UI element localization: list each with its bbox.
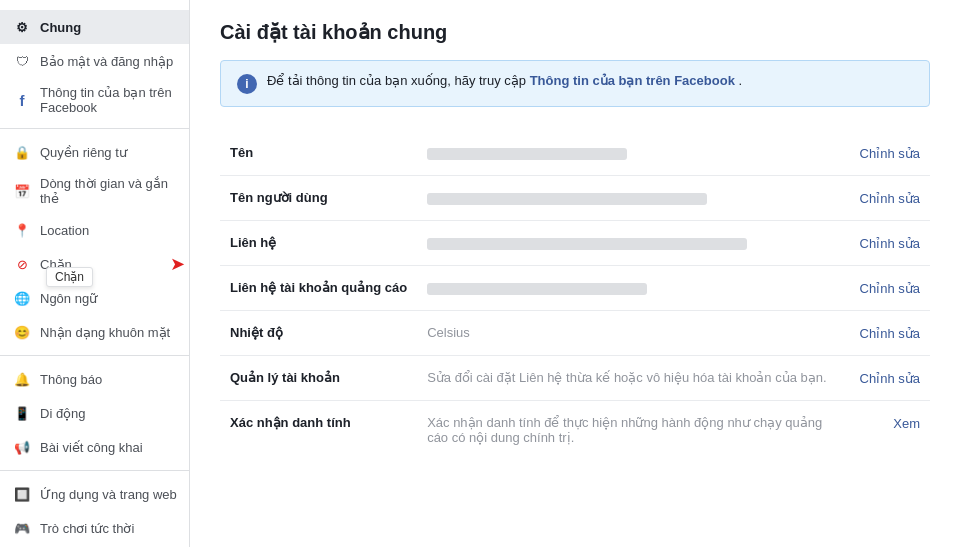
game-icon: 🎮	[12, 518, 32, 538]
language-icon: 🌐	[12, 288, 32, 308]
settings-row-username: Tên người dùng Chỉnh sửa	[220, 176, 930, 221]
settings-row-lien-he: Liên hệ Chỉnh sửa	[220, 221, 930, 266]
edit-username: Chỉnh sửa	[850, 176, 930, 221]
arrow-right-icon: ➤	[170, 253, 185, 275]
settings-row-nhiet-do: Nhiệt độ Celsius Chỉnh sửa	[220, 311, 930, 356]
sidebar-item-bai-viet[interactable]: 📢 Bài viết công khai	[0, 430, 189, 464]
lock-icon: 🔒	[12, 142, 32, 162]
value-lien-he-qc	[417, 266, 849, 311]
edit-lien-he: Chỉnh sửa	[850, 221, 930, 266]
value-nhiet-do: Celsius	[417, 311, 849, 356]
label-xac-nhan: Xác nhận danh tính	[220, 401, 417, 460]
sidebar-divider-3	[0, 470, 189, 471]
settings-table: Tên Chỉnh sửa Tên người dùng Chỉnh s	[220, 131, 930, 459]
face-icon: 😊	[12, 322, 32, 342]
tooltip-chan: Chặn	[46, 267, 93, 287]
sidebar-item-chung[interactable]: ⚙ Chung	[0, 10, 189, 44]
edit-xac-nhan: Xem	[850, 401, 930, 460]
settings-row-ten: Tên Chỉnh sửa	[220, 131, 930, 176]
gear-icon: ⚙	[12, 17, 32, 37]
sidebar-item-chan[interactable]: ⊘ Chặn ➤ Chặn	[0, 247, 189, 281]
edit-quan-ly: Chỉnh sửa	[850, 356, 930, 401]
sidebar-item-ung-dung[interactable]: 🔲 Ứng dụng và trang web	[0, 477, 189, 511]
value-xac-nhan: Xác nhận danh tính để thực hiện những hà…	[417, 401, 849, 460]
edit-xac-nhan-link[interactable]: Xem	[893, 416, 920, 431]
settings-row-quan-ly: Quản lý tài khoản Sửa đổi cài đặt Liên h…	[220, 356, 930, 401]
edit-username-link[interactable]: Chỉnh sửa	[860, 191, 920, 206]
info-banner: i Để tải thông tin của bạn xuống, hãy tr…	[220, 60, 930, 107]
page-title: Cài đặt tài khoản chung	[220, 20, 930, 44]
sidebar-item-quyen-rieng-tu[interactable]: 🔒 Quyền riêng tư	[0, 135, 189, 169]
sidebar-item-bao-mat[interactable]: 🛡 Bảo mật và đăng nhập	[0, 44, 189, 78]
location-icon: 📍	[12, 220, 32, 240]
label-nhiet-do: Nhiệt độ	[220, 311, 417, 356]
label-quan-ly: Quản lý tài khoản	[220, 356, 417, 401]
sidebar: ⚙ Chung 🛡 Bảo mật và đăng nhập f Thông t…	[0, 0, 190, 547]
public-post-icon: 📢	[12, 437, 32, 457]
facebook-icon: f	[12, 90, 32, 110]
blurred-value-lien-he-qc	[427, 283, 647, 295]
sidebar-item-location[interactable]: 📍 Location	[0, 213, 189, 247]
sidebar-divider-1	[0, 128, 189, 129]
settings-row-lien-he-qc: Liên hệ tài khoản quảng cáo Chỉnh sửa	[220, 266, 930, 311]
settings-row-xac-nhan: Xác nhận danh tính Xác nhận danh tính để…	[220, 401, 930, 460]
label-lien-he: Liên hệ	[220, 221, 417, 266]
info-icon: i	[237, 74, 257, 94]
bell-icon: 🔔	[12, 369, 32, 389]
edit-nhiet-do-link[interactable]: Chỉnh sửa	[860, 326, 920, 341]
edit-ten: Chỉnh sửa	[850, 131, 930, 176]
edit-lien-he-qc-link[interactable]: Chỉnh sửa	[860, 281, 920, 296]
sidebar-item-dong-thoi-gian[interactable]: 📅 Dòng thời gian và gắn thẻ	[0, 169, 189, 213]
blurred-value-username	[427, 193, 707, 205]
sidebar-item-tro-choi[interactable]: 🎮 Trò chơi tức thời	[0, 511, 189, 545]
shield-icon: 🛡	[12, 51, 32, 71]
value-username	[417, 176, 849, 221]
timeline-icon: 📅	[12, 181, 32, 201]
sidebar-item-thong-bao[interactable]: 🔔 Thông báo	[0, 362, 189, 396]
sidebar-item-thong-tin[interactable]: f Thông tin của bạn trên Facebook	[0, 78, 189, 122]
edit-lien-he-qc: Chỉnh sửa	[850, 266, 930, 311]
value-lien-he	[417, 221, 849, 266]
info-text: Để tải thông tin của bạn xuống, hãy truy…	[267, 73, 742, 88]
sidebar-item-di-dong[interactable]: 📱 Di động	[0, 396, 189, 430]
block-icon: ⊘	[12, 254, 32, 274]
edit-nhiet-do: Chỉnh sửa	[850, 311, 930, 356]
edit-quan-ly-link[interactable]: Chỉnh sửa	[860, 371, 920, 386]
info-link[interactable]: Thông tin của bạn trên Facebook	[530, 73, 735, 88]
sidebar-item-nhan-dang[interactable]: 😊 Nhận dạng khuôn mặt	[0, 315, 189, 349]
label-username: Tên người dùng	[220, 176, 417, 221]
sidebar-divider-2	[0, 355, 189, 356]
apps-icon: 🔲	[12, 484, 32, 504]
sidebar-item-ngon-ngu[interactable]: 🌐 Ngôn ngữ	[0, 281, 189, 315]
label-lien-he-qc: Liên hệ tài khoản quảng cáo	[220, 266, 417, 311]
value-ten	[417, 131, 849, 176]
label-ten: Tên	[220, 131, 417, 176]
edit-lien-he-link[interactable]: Chỉnh sửa	[860, 236, 920, 251]
mobile-icon: 📱	[12, 403, 32, 423]
blurred-value-lien-he	[427, 238, 747, 250]
value-quan-ly: Sửa đổi cài đặt Liên hệ thừa kế hoặc vô …	[417, 356, 849, 401]
blurred-value-ten	[427, 148, 627, 160]
main-content: Cài đặt tài khoản chung i Để tải thông t…	[190, 0, 960, 547]
edit-ten-link[interactable]: Chỉnh sửa	[860, 146, 920, 161]
